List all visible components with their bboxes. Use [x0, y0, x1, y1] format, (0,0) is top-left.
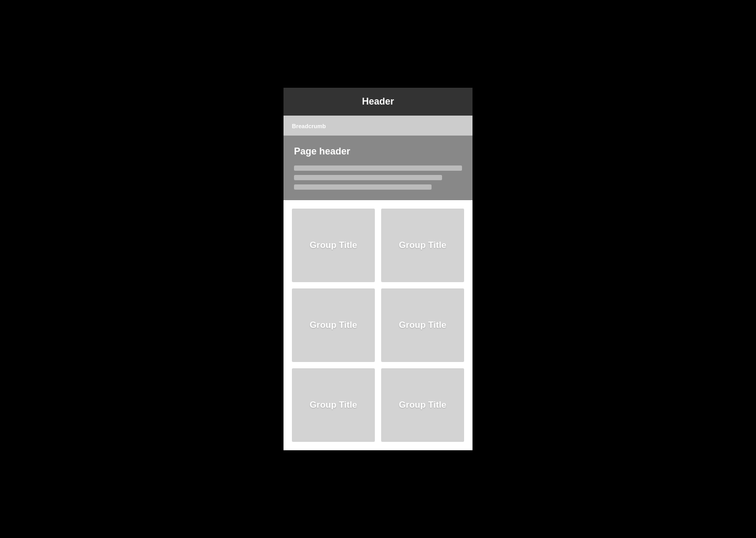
- content-line-2: [294, 175, 442, 180]
- page-header-section: Page header: [284, 136, 472, 200]
- group-card-6[interactable]: Group Title: [381, 368, 464, 442]
- header-bar: Header: [284, 88, 472, 116]
- group-card-title-6: Group Title: [399, 400, 446, 410]
- group-card-title-3: Group Title: [310, 320, 357, 330]
- group-card-4[interactable]: Group Title: [381, 288, 464, 362]
- group-card-5[interactable]: Group Title: [292, 368, 375, 442]
- group-card-2[interactable]: Group Title: [381, 209, 464, 282]
- breadcrumb-bar: Breadcrumb: [284, 116, 472, 136]
- content-line-3: [294, 184, 432, 190]
- group-card-3[interactable]: Group Title: [292, 288, 375, 362]
- content-lines: [294, 165, 462, 190]
- breadcrumb-text: Breadcrumb: [292, 123, 326, 129]
- header-title: Header: [292, 96, 464, 107]
- group-card-1[interactable]: Group Title: [292, 209, 375, 282]
- group-card-title-4: Group Title: [399, 320, 446, 330]
- groups-section: Group Title Group Title Group Title Grou…: [284, 200, 472, 450]
- content-line-1: [294, 165, 462, 171]
- app-container: Header Breadcrumb Page header Group Titl…: [284, 88, 472, 450]
- group-card-title-5: Group Title: [310, 400, 357, 410]
- page-header-title: Page header: [294, 146, 462, 157]
- group-card-title-1: Group Title: [310, 240, 357, 251]
- group-card-title-2: Group Title: [399, 240, 446, 251]
